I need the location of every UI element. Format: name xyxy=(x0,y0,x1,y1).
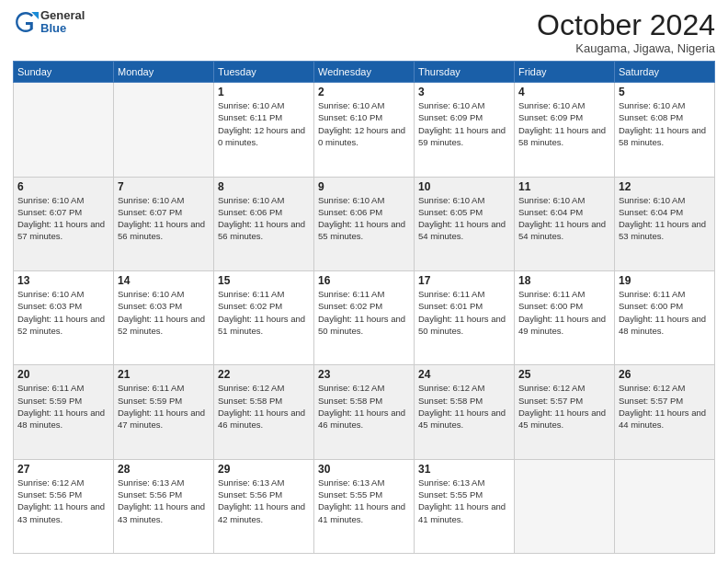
header: General Blue October 2024 Kaugama, Jigaw… xyxy=(13,9,715,55)
day-info: Sunrise: 6:10 AMSunset: 6:07 PMDaylight:… xyxy=(118,194,210,243)
table-row: 3Sunrise: 6:10 AMSunset: 6:09 PMDaylight… xyxy=(415,83,515,177)
header-friday: Friday xyxy=(515,62,615,83)
table-row: 25Sunrise: 6:12 AMSunset: 5:57 PMDayligh… xyxy=(515,365,615,459)
day-number: 17 xyxy=(418,274,510,287)
day-number: 29 xyxy=(218,463,310,476)
table-row: 7Sunrise: 6:10 AMSunset: 6:07 PMDaylight… xyxy=(114,177,214,270)
logo-blue-text: Blue xyxy=(40,22,85,35)
table-row: 13Sunrise: 6:10 AMSunset: 6:03 PMDayligh… xyxy=(14,270,114,364)
table-row: 2Sunrise: 6:10 AMSunset: 6:10 PMDaylight… xyxy=(314,83,415,177)
day-info: Sunrise: 6:11 AMSunset: 5:59 PMDaylight:… xyxy=(118,382,210,431)
table-row: 27Sunrise: 6:12 AMSunset: 5:56 PMDayligh… xyxy=(14,459,114,553)
day-info: Sunrise: 6:10 AMSunset: 6:04 PMDaylight:… xyxy=(518,194,610,243)
table-row: 26Sunrise: 6:12 AMSunset: 5:57 PMDayligh… xyxy=(615,365,715,459)
table-row xyxy=(615,459,715,553)
day-info: Sunrise: 6:13 AMSunset: 5:55 PMDaylight:… xyxy=(418,477,510,525)
day-info: Sunrise: 6:10 AMSunset: 6:09 PMDaylight:… xyxy=(418,99,510,148)
weekday-header-row: Sunday Monday Tuesday Wednesday Thursday… xyxy=(14,62,715,83)
table-row: 21Sunrise: 6:11 AMSunset: 5:59 PMDayligh… xyxy=(114,365,214,459)
day-info: Sunrise: 6:13 AMSunset: 5:55 PMDaylight:… xyxy=(318,477,410,525)
day-number: 25 xyxy=(518,368,610,381)
day-info: Sunrise: 6:11 AMSunset: 5:59 PMDaylight:… xyxy=(17,382,109,431)
table-row xyxy=(14,83,114,177)
day-info: Sunrise: 6:11 AMSunset: 6:00 PMDaylight:… xyxy=(518,288,610,337)
header-wednesday: Wednesday xyxy=(314,62,415,83)
day-number: 26 xyxy=(619,368,711,381)
day-info: Sunrise: 6:12 AMSunset: 5:58 PMDaylight:… xyxy=(218,382,310,431)
day-number: 8 xyxy=(218,180,310,193)
day-number: 3 xyxy=(418,86,510,98)
day-info: Sunrise: 6:13 AMSunset: 5:56 PMDaylight:… xyxy=(218,477,310,525)
day-number: 23 xyxy=(318,368,410,381)
day-number: 28 xyxy=(118,463,210,476)
day-info: Sunrise: 6:10 AMSunset: 6:06 PMDaylight:… xyxy=(218,194,310,243)
table-row: 30Sunrise: 6:13 AMSunset: 5:55 PMDayligh… xyxy=(314,459,415,553)
day-info: Sunrise: 6:12 AMSunset: 5:57 PMDaylight:… xyxy=(518,382,610,431)
day-number: 20 xyxy=(17,368,109,381)
table-row: 23Sunrise: 6:12 AMSunset: 5:58 PMDayligh… xyxy=(314,365,415,459)
table-row xyxy=(515,459,615,553)
day-number: 12 xyxy=(619,180,711,193)
day-number: 22 xyxy=(218,368,310,381)
header-thursday: Thursday xyxy=(415,62,515,83)
day-number: 10 xyxy=(418,180,510,193)
day-info: Sunrise: 6:12 AMSunset: 5:57 PMDaylight:… xyxy=(619,382,711,431)
table-row: 8Sunrise: 6:10 AMSunset: 6:06 PMDaylight… xyxy=(214,177,314,270)
day-info: Sunrise: 6:11 AMSunset: 6:01 PMDaylight:… xyxy=(418,288,510,337)
table-row: 12Sunrise: 6:10 AMSunset: 6:04 PMDayligh… xyxy=(615,177,715,270)
day-info: Sunrise: 6:10 AMSunset: 6:09 PMDaylight:… xyxy=(518,99,610,148)
table-row: 11Sunrise: 6:10 AMSunset: 6:04 PMDayligh… xyxy=(515,177,615,270)
table-row: 17Sunrise: 6:11 AMSunset: 6:01 PMDayligh… xyxy=(415,270,515,364)
month-title: October 2024 xyxy=(537,9,715,41)
calendar-week-row: 6Sunrise: 6:10 AMSunset: 6:07 PMDaylight… xyxy=(14,177,715,270)
day-number: 18 xyxy=(518,274,610,287)
table-row xyxy=(114,83,214,177)
logo: General Blue xyxy=(13,9,85,36)
table-row: 20Sunrise: 6:11 AMSunset: 5:59 PMDayligh… xyxy=(14,365,114,459)
day-info: Sunrise: 6:10 AMSunset: 6:10 PMDaylight:… xyxy=(318,99,410,148)
day-number: 30 xyxy=(318,463,410,476)
day-number: 24 xyxy=(418,368,510,381)
day-number: 27 xyxy=(17,463,109,476)
day-info: Sunrise: 6:12 AMSunset: 5:58 PMDaylight:… xyxy=(318,382,410,431)
page: General Blue October 2024 Kaugama, Jigaw… xyxy=(0,0,728,563)
day-info: Sunrise: 6:10 AMSunset: 6:05 PMDaylight:… xyxy=(418,194,510,243)
header-tuesday: Tuesday xyxy=(214,62,314,83)
day-number: 19 xyxy=(619,274,711,287)
day-number: 2 xyxy=(318,86,410,98)
day-number: 31 xyxy=(418,463,510,476)
day-number: 4 xyxy=(518,86,610,98)
day-number: 11 xyxy=(518,180,610,193)
table-row: 24Sunrise: 6:12 AMSunset: 5:58 PMDayligh… xyxy=(415,365,515,459)
header-monday: Monday xyxy=(114,62,214,83)
table-row: 1Sunrise: 6:10 AMSunset: 6:11 PMDaylight… xyxy=(214,83,314,177)
calendar-week-row: 20Sunrise: 6:11 AMSunset: 5:59 PMDayligh… xyxy=(14,365,715,459)
table-row: 31Sunrise: 6:13 AMSunset: 5:55 PMDayligh… xyxy=(415,459,515,553)
day-info: Sunrise: 6:12 AMSunset: 5:58 PMDaylight:… xyxy=(418,382,510,431)
day-number: 1 xyxy=(218,86,310,98)
table-row: 6Sunrise: 6:10 AMSunset: 6:07 PMDaylight… xyxy=(14,177,114,270)
calendar-week-row: 1Sunrise: 6:10 AMSunset: 6:11 PMDaylight… xyxy=(14,83,715,177)
day-info: Sunrise: 6:10 AMSunset: 6:03 PMDaylight:… xyxy=(118,288,210,337)
day-info: Sunrise: 6:11 AMSunset: 6:00 PMDaylight:… xyxy=(619,288,711,337)
day-info: Sunrise: 6:12 AMSunset: 5:56 PMDaylight:… xyxy=(17,477,109,525)
table-row: 18Sunrise: 6:11 AMSunset: 6:00 PMDayligh… xyxy=(515,270,615,364)
calendar-table: Sunday Monday Tuesday Wednesday Thursday… xyxy=(13,61,715,554)
header-saturday: Saturday xyxy=(615,62,715,83)
location-subtitle: Kaugama, Jigawa, Nigeria xyxy=(537,41,715,55)
table-row: 19Sunrise: 6:11 AMSunset: 6:00 PMDayligh… xyxy=(615,270,715,364)
day-number: 21 xyxy=(118,368,210,381)
header-sunday: Sunday xyxy=(14,62,114,83)
day-info: Sunrise: 6:13 AMSunset: 5:56 PMDaylight:… xyxy=(118,477,210,525)
day-info: Sunrise: 6:11 AMSunset: 6:02 PMDaylight:… xyxy=(318,288,410,337)
day-info: Sunrise: 6:10 AMSunset: 6:07 PMDaylight:… xyxy=(17,194,109,243)
day-number: 6 xyxy=(17,180,109,193)
day-info: Sunrise: 6:10 AMSunset: 6:06 PMDaylight:… xyxy=(318,194,410,243)
day-info: Sunrise: 6:10 AMSunset: 6:08 PMDaylight:… xyxy=(619,99,711,148)
day-number: 14 xyxy=(118,274,210,287)
table-row: 5Sunrise: 6:10 AMSunset: 6:08 PMDaylight… xyxy=(615,83,715,177)
day-info: Sunrise: 6:10 AMSunset: 6:04 PMDaylight:… xyxy=(619,194,711,243)
logo-text: General Blue xyxy=(40,9,85,36)
day-number: 13 xyxy=(17,274,109,287)
logo-general-text: General xyxy=(40,9,85,22)
